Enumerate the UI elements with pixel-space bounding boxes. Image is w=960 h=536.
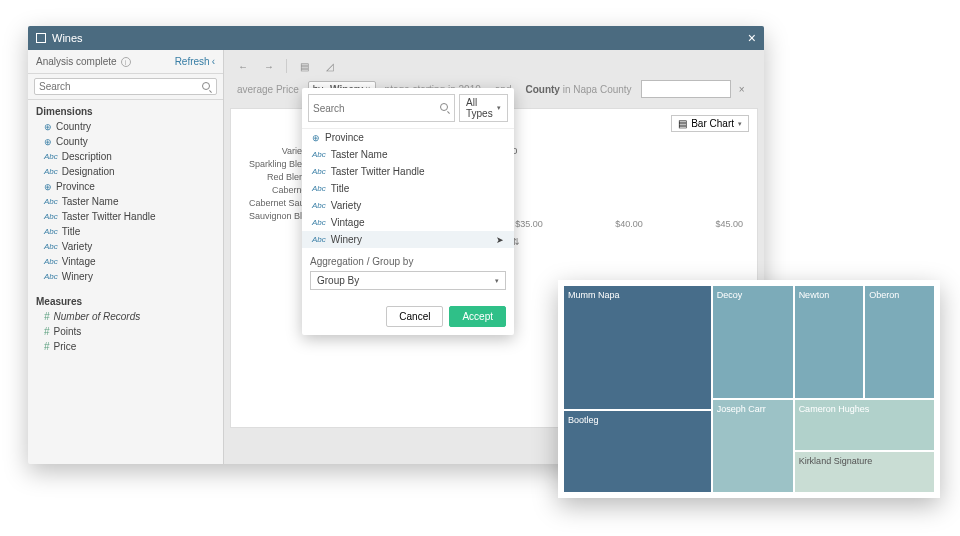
popup-item-label: Variety	[331, 200, 361, 211]
query-text-input[interactable]	[641, 80, 731, 98]
globe-icon: ⊕	[312, 133, 320, 143]
abc-icon: Abc	[312, 167, 326, 176]
dimension-field[interactable]: AbcTaster Twitter Handle	[32, 209, 219, 224]
document-icon	[36, 33, 46, 43]
sidebar: Analysis complete i Refresh ‹ Dimensions…	[28, 50, 224, 464]
field-label: Winery	[62, 271, 93, 282]
treemap-cell[interactable]: Oberon	[864, 285, 935, 399]
popup-search-input[interactable]	[313, 103, 440, 114]
field-label: Designation	[62, 166, 115, 177]
window-title: Wines	[52, 32, 83, 44]
dimension-field[interactable]: ⊕County	[32, 134, 219, 149]
chart-type-dropdown[interactable]: ▤ Bar Chart ▾	[671, 115, 749, 132]
hash-icon: #	[44, 311, 50, 322]
popup-field-item[interactable]: AbcVariety	[302, 197, 514, 214]
measure-field[interactable]: #Price	[32, 339, 219, 354]
abc-icon: Abc	[44, 152, 58, 161]
field-label: County	[56, 136, 88, 147]
treemap-cell[interactable]: Joseph Carr	[712, 399, 794, 493]
dimension-field[interactable]: AbcTaster Name	[32, 194, 219, 209]
dimension-field[interactable]: ⊕Province	[32, 179, 219, 194]
field-picker-popup: All Types▾ ⊕ProvinceAbcTaster NameAbcTas…	[302, 88, 514, 335]
abc-icon: Abc	[312, 235, 326, 244]
cursor-icon: ➤	[496, 235, 504, 245]
bar-chart-icon: ▤	[678, 118, 687, 129]
info-icon: i	[121, 57, 131, 67]
refresh-button[interactable]: Refresh ‹	[175, 56, 215, 67]
field-label: Variety	[62, 241, 92, 252]
dimension-field[interactable]: AbcWinery	[32, 269, 219, 284]
popup-item-label: Province	[325, 132, 364, 143]
search-icon	[202, 82, 212, 92]
field-label: Price	[54, 341, 77, 352]
field-label: Title	[62, 226, 81, 237]
pin-icon[interactable]: ◿	[321, 58, 339, 74]
measure-field[interactable]: #Points	[32, 324, 219, 339]
measure-field[interactable]: #Number of Records	[32, 309, 219, 324]
dimension-field[interactable]: AbcTitle	[32, 224, 219, 239]
axis-tick: $45.00	[715, 219, 743, 229]
field-label: Points	[54, 326, 82, 337]
dimensions-header: Dimensions	[28, 100, 223, 119]
aggregation-dropdown[interactable]: Group By▾	[310, 271, 506, 290]
type-filter-dropdown[interactable]: All Types▾	[459, 94, 508, 122]
popup-field-item[interactable]: AbcVintage	[302, 214, 514, 231]
axis-tick: $40.00	[615, 219, 643, 229]
accept-button[interactable]: Accept	[449, 306, 506, 327]
popup-field-item[interactable]: AbcWinery➤	[302, 231, 514, 248]
field-label: Description	[62, 151, 112, 162]
pill-metric[interactable]: average Price	[232, 81, 304, 98]
popup-item-label: Vintage	[331, 217, 365, 228]
chevron-left-icon: ‹	[212, 56, 215, 67]
treemap-cell[interactable]: Newton	[794, 285, 865, 399]
popup-item-label: Taster Name	[331, 149, 388, 160]
close-icon[interactable]: ×	[748, 30, 756, 46]
popup-field-item[interactable]: AbcTaster Name	[302, 146, 514, 163]
treemap-cell[interactable]: Mumm Napa	[563, 285, 712, 410]
abc-icon: Abc	[312, 184, 326, 193]
popup-field-item[interactable]: ⊕Province	[302, 129, 514, 146]
field-label: Number of Records	[54, 311, 141, 322]
abc-icon: Abc	[44, 257, 58, 266]
globe-icon: ⊕	[44, 122, 52, 132]
hash-icon: #	[44, 326, 50, 337]
field-label: Taster Name	[62, 196, 119, 207]
pill-county[interactable]: County in Napa County	[520, 81, 636, 98]
back-button[interactable]: ←	[234, 58, 252, 74]
forward-button[interactable]: →	[260, 58, 278, 74]
search-icon	[440, 103, 450, 113]
axis-tick: $35.00	[515, 219, 543, 229]
chevron-down-icon: ▾	[738, 120, 742, 128]
dimension-field[interactable]: AbcVintage	[32, 254, 219, 269]
abc-icon: Abc	[312, 201, 326, 210]
popup-item-label: Title	[331, 183, 350, 194]
treemap-cell[interactable]: Kirkland Signature	[794, 451, 935, 493]
dimension-field[interactable]: ⊕Country	[32, 119, 219, 134]
treemap-cell[interactable]: Cameron Hughes	[794, 399, 935, 451]
titlebar: Wines ×	[28, 26, 764, 50]
abc-icon: Abc	[44, 167, 58, 176]
treemap-panel: Mumm NapaBootlegDecoyNewtonOberonJoseph …	[558, 280, 940, 498]
aggregation-label: Aggregation / Group by	[302, 248, 514, 271]
popup-search[interactable]	[308, 94, 455, 122]
globe-icon: ⊕	[44, 137, 52, 147]
analysis-status: Analysis complete i	[36, 56, 131, 67]
treemap-cell[interactable]: Bootleg	[563, 410, 712, 493]
dimension-field[interactable]: AbcVariety	[32, 239, 219, 254]
clear-query-icon[interactable]: ×	[735, 82, 749, 96]
popup-field-item[interactable]: AbcTitle	[302, 180, 514, 197]
sidebar-search-input[interactable]	[39, 81, 202, 92]
layout-icon[interactable]: ▤	[295, 58, 313, 74]
popup-item-label: Taster Twitter Handle	[331, 166, 425, 177]
field-label: Taster Twitter Handle	[62, 211, 156, 222]
globe-icon: ⊕	[44, 182, 52, 192]
treemap-cell[interactable]: Decoy	[712, 285, 794, 399]
abc-icon: Abc	[44, 272, 58, 281]
popup-field-item[interactable]: AbcTaster Twitter Handle	[302, 163, 514, 180]
sidebar-search[interactable]	[34, 78, 217, 95]
canvas-toolbar: ← → ▤ ◿	[230, 56, 758, 76]
cancel-button[interactable]: Cancel	[386, 306, 443, 327]
dimension-field[interactable]: AbcDesignation	[32, 164, 219, 179]
abc-icon: Abc	[44, 197, 58, 206]
dimension-field[interactable]: AbcDescription	[32, 149, 219, 164]
